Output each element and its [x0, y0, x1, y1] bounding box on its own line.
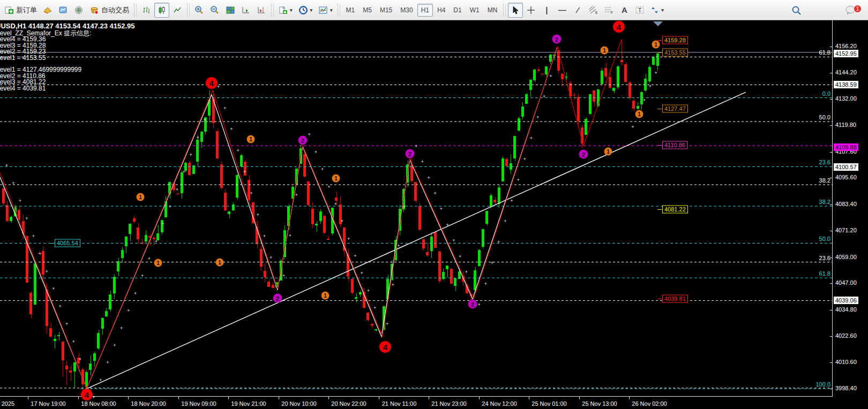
trendline-tool-button[interactable]: ∕ — [570, 3, 585, 18]
zoom-in-button[interactable] — [192, 3, 207, 18]
sar-dot: + — [59, 304, 62, 309]
fib-level-label: 38.2 — [793, 199, 830, 205]
profiles-icon — [279, 6, 288, 14]
vertical-line-tool-button[interactable]: | — [539, 3, 554, 18]
price-axis-label: 4083.40 — [835, 201, 857, 207]
semafor-1-marker-number: 1 — [139, 194, 142, 200]
channel-tool-button[interactable]: E — [586, 3, 601, 18]
sar-dot: + — [127, 308, 130, 313]
price-axis-badge: 4152.95 — [834, 50, 858, 57]
timeframe-button-m5[interactable]: M5 — [359, 4, 376, 17]
candlestick-mode-button[interactable] — [154, 3, 169, 18]
sar-dot: + — [655, 70, 657, 75]
sar-dot: + — [148, 256, 151, 261]
search-icon — [791, 5, 802, 15]
trendline-icon: ∕ — [577, 5, 579, 14]
svg-text:E: E — [595, 11, 598, 14]
strategy-tester-button[interactable] — [71, 3, 86, 18]
toolbar-separator — [271, 4, 274, 17]
sar-dot: + — [263, 233, 266, 239]
indicators-button[interactable]: ▾ — [316, 3, 335, 18]
level-box-tick — [657, 109, 662, 109]
tile-windows-button[interactable] — [223, 3, 238, 18]
chart-shift-icon — [257, 6, 266, 14]
auto-scroll-button[interactable] — [238, 3, 253, 18]
candlestick-icon — [158, 6, 166, 14]
sar-dot: + — [354, 253, 356, 259]
sar-dot: + — [347, 236, 350, 241]
search-button[interactable] — [789, 3, 804, 18]
crosshair-icon — [527, 6, 535, 14]
arrows-tool-button[interactable]: ▾ — [648, 3, 667, 18]
timeframe-button-h4[interactable]: H4 — [433, 4, 449, 17]
toolbar-separator — [134, 4, 137, 17]
timeframe-button-d1[interactable]: D1 — [450, 4, 465, 17]
sar-dot: + — [421, 159, 424, 164]
period-button[interactable]: ▾ — [296, 3, 316, 18]
zoom-in-icon — [194, 5, 204, 14]
indicator-info-line: Level4 = 4039.81 — [0, 86, 225, 92]
auto-trading-button[interactable]: 自动交易 — [87, 3, 132, 18]
sar-dot: + — [243, 169, 246, 175]
sar-dot: + — [361, 270, 363, 276]
profiles-button[interactable]: ▾ — [276, 3, 295, 18]
sar-dot: + — [452, 238, 455, 243]
timeframe-button-mn[interactable]: MN — [484, 4, 502, 17]
sar-dot: + — [649, 84, 652, 89]
sar-dot: + — [79, 357, 81, 362]
price-axis-badge: 4138.59 — [834, 81, 858, 88]
notifications-button[interactable]: 1 — [842, 3, 858, 18]
price-axis-label: 4071.20 — [835, 227, 857, 233]
main-toolbar: 新订单 自动交易 — [0, 0, 868, 20]
level-price-label: 4039.81 — [662, 295, 688, 303]
timeframe-button-m15[interactable]: M15 — [376, 4, 396, 17]
sar-dot: + — [549, 73, 552, 79]
new-order-label: 新订单 — [16, 5, 37, 15]
semafor-2-marker-number: 2 — [408, 151, 411, 157]
auto-trading-icon — [89, 6, 99, 14]
chart-shift-button[interactable] — [254, 3, 269, 18]
sar-dot: + — [134, 291, 137, 296]
price-axis-label: 4119.80 — [835, 122, 856, 128]
level-price-label: 4110.86 — [662, 141, 687, 149]
fibonacci-tool-button[interactable]: F — [601, 3, 616, 18]
sar-dot: + — [72, 339, 74, 344]
sar-dot: + — [491, 260, 493, 266]
sar-dot: + — [327, 184, 330, 190]
sar-dot: + — [39, 251, 41, 256]
market-watch-button[interactable] — [40, 3, 55, 18]
toolbar-separator — [187, 4, 190, 17]
bar-chart-mode-button[interactable] — [139, 3, 154, 18]
toolbar-separator — [338, 4, 340, 17]
timeframe-button-m1[interactable]: M1 — [342, 4, 359, 17]
cursor-tool-button[interactable] — [508, 3, 523, 18]
text-label-icon: T — [635, 6, 645, 14]
fib-level-label: 23.6 — [793, 255, 830, 261]
timeframe-button-h1[interactable]: H1 — [417, 4, 433, 17]
sar-dot: + — [459, 254, 461, 259]
new-order-button[interactable]: 新订单 — [2, 3, 40, 18]
timeframe-button-w1[interactable]: W1 — [466, 4, 483, 17]
zoom-out-icon — [210, 5, 220, 14]
horizontal-line-tool-button[interactable]: — — [555, 3, 570, 18]
level-price-label: 4065.54 — [55, 239, 80, 247]
sar-dot: + — [478, 302, 481, 307]
sar-dot: + — [308, 132, 311, 137]
fib-level-label: 0.0 — [793, 90, 830, 97]
dropdown-arrow: ▾ — [290, 7, 293, 13]
data-window-icon — [58, 6, 68, 14]
sar-dot: + — [155, 239, 158, 244]
chart-window[interactable]: ++++++++++++++++++++++++++++++++++++++++… — [0, 20, 868, 409]
svg-text:T: T — [638, 7, 641, 13]
timeframe-button-m30[interactable]: M30 — [396, 4, 416, 17]
text-label-tool-button[interactable]: T — [632, 3, 647, 18]
sar-dot: + — [12, 180, 14, 186]
sar-dot: + — [367, 288, 370, 293]
text-icon: A — [622, 5, 627, 14]
line-chart-mode-button[interactable] — [170, 3, 185, 18]
sar-dot: + — [113, 343, 116, 348]
crosshair-tool-button[interactable] — [523, 3, 538, 18]
data-window-button[interactable] — [56, 3, 71, 18]
text-tool-button[interactable]: A — [617, 3, 632, 18]
zoom-out-button[interactable] — [207, 3, 222, 18]
